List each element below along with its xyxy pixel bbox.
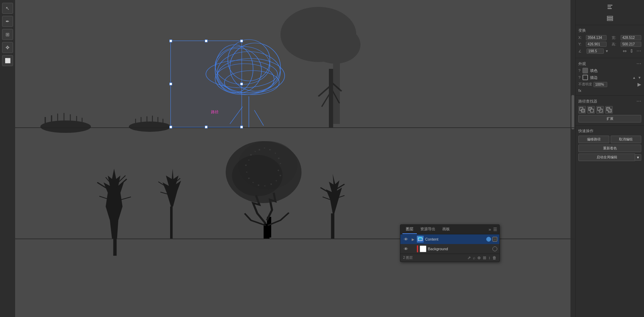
global-edit-arrow[interactable]: ▼ <box>635 154 641 161</box>
fill-swatch[interactable] <box>582 68 588 73</box>
layer-row-content[interactable]: 👁 ▶ Content ○ <box>400 234 499 244</box>
pf-expand-btn[interactable]: 扩展 <box>578 115 641 123</box>
move-tool[interactable]: ✥ <box>2 42 13 53</box>
layer-expand-content[interactable]: ▶ <box>411 237 415 241</box>
transform-section: 变换 X: 宽: Y: 高: ∠ ▼ ⇔ ⇕ <box>576 25 644 58</box>
appearance-section: 外观 ⋯ ? 填色 ? 描边 ▲ ▼ 不透明度 ▶ fx <box>576 58 644 96</box>
flip-v-icon[interactable]: ⇕ <box>630 48 634 54</box>
selection-handle-tl[interactable] <box>169 40 172 42</box>
layers-menu-expand[interactable]: » <box>489 227 491 232</box>
w-label: 宽: <box>612 35 619 40</box>
svg-rect-70 <box>607 18 613 19</box>
properties-icon[interactable] <box>605 2 615 12</box>
layer-search-icon[interactable]: ⌕ <box>473 255 475 260</box>
layer-export-icon[interactable]: ⇗ <box>467 255 471 260</box>
selection-handle-tr[interactable] <box>240 40 243 42</box>
svg-rect-62 <box>331 213 334 239</box>
layer-expand-background[interactable]: ▶ <box>411 247 415 251</box>
layer-name-content: Content <box>425 237 484 241</box>
selection-handle-ml[interactable] <box>169 83 172 85</box>
svg-rect-11 <box>146 116 147 126</box>
svg-rect-1 <box>45 117 46 127</box>
pf-minus[interactable] <box>587 106 595 114</box>
svg-rect-69 <box>607 16 613 17</box>
layers-menu-more[interactable]: ☰ <box>493 227 497 232</box>
y-value[interactable] <box>586 42 607 47</box>
flip-h-icon[interactable]: ⇔ <box>623 48 627 54</box>
opacity-value[interactable] <box>593 82 607 87</box>
transform-title: 变换 <box>578 28 641 33</box>
select-tool[interactable]: ↖ <box>2 3 13 14</box>
pathfinder-title: 路径查找器 <box>578 99 597 104</box>
svg-point-45 <box>258 149 260 150</box>
y-label: Y: <box>578 42 585 46</box>
opacity-more[interactable]: ▶ <box>637 82 641 87</box>
path-label: 路径 <box>211 109 219 115</box>
h-value[interactable] <box>621 42 641 47</box>
brush-tool[interactable]: ⬜ <box>2 55 13 66</box>
angle-value[interactable] <box>587 49 604 54</box>
w-value[interactable] <box>621 35 641 40</box>
svg-point-61 <box>280 175 281 176</box>
svg-point-50 <box>280 163 281 164</box>
right-top-icons <box>576 0 644 25</box>
svg-rect-31 <box>329 69 333 127</box>
appearance-more[interactable]: ⋯ <box>636 61 641 66</box>
opacity-label: 不透明度 <box>578 82 592 87</box>
move-path-btn[interactable]: 偏移路径 <box>578 136 609 143</box>
x-value[interactable] <box>586 35 607 40</box>
left-toolbar: ↖ ✒ ⊞ ✥ ⬜ <box>0 0 15 317</box>
pf-exclude[interactable] <box>605 106 613 114</box>
angle-dropdown[interactable]: ▼ <box>605 49 609 53</box>
scroll-thumb[interactable] <box>571 95 574 129</box>
svg-point-49 <box>278 158 280 159</box>
svg-point-53 <box>245 165 247 166</box>
layer-delete-icon[interactable]: 🗑 <box>492 255 497 260</box>
selection-handle-mr[interactable] <box>240 83 243 85</box>
transform-tool[interactable]: ⊞ <box>2 29 13 40</box>
layer-visibility-content[interactable]: 👁 <box>402 237 409 242</box>
stroke-arrow-up[interactable]: ▲ <box>632 76 636 80</box>
layer-move-icon[interactable]: ↕ <box>488 255 490 260</box>
stroke-arrow-down[interactable]: ▼ <box>638 76 641 80</box>
pathfinder-more[interactable]: ⋯ <box>636 98 641 104</box>
disassemble-btn[interactable]: 取消编组 <box>611 136 642 143</box>
selection-handle-tc[interactable] <box>205 40 208 42</box>
layer-merge-icon[interactable]: ⊞ <box>483 255 486 260</box>
transform-more[interactable]: ⋯ <box>636 48 641 54</box>
selection-box[interactable] <box>170 41 242 127</box>
svg-rect-9 <box>135 119 136 127</box>
pen-tool[interactable]: ✒ <box>2 16 13 27</box>
layer-visibility-background[interactable]: 👁 <box>402 246 409 252</box>
selection-handle-br[interactable] <box>240 126 243 128</box>
svg-rect-36 <box>113 239 117 256</box>
selection-handle-bc[interactable] <box>205 126 208 128</box>
layer-lock-content[interactable]: ○ <box>492 237 497 242</box>
svg-point-59 <box>270 183 272 185</box>
pf-unite[interactable] <box>578 106 586 114</box>
stroke-swatch[interactable] <box>582 75 588 80</box>
right-panel: 变换 X: 宽: Y: 高: ∠ ▼ ⇔ ⇕ <box>575 0 644 317</box>
svg-rect-64 <box>419 237 422 239</box>
tab-layers[interactable]: 图层 <box>402 225 417 234</box>
pf-intersect[interactable] <box>596 106 604 114</box>
layer-color-indicator-background <box>417 245 418 252</box>
layer-circle-content[interactable] <box>486 237 491 242</box>
layers-icon[interactable] <box>605 13 615 23</box>
recolor-btn[interactable]: 重新着色 <box>578 145 641 152</box>
svg-rect-12 <box>152 116 153 126</box>
layer-add-icon[interactable]: ⊕ <box>477 255 481 260</box>
svg-point-56 <box>253 182 254 183</box>
layer-row-background[interactable]: 👁 ▶ Background <box>400 244 499 254</box>
tab-asset-export[interactable]: 资源导出 <box>417 225 439 234</box>
x-label: X: <box>578 36 585 40</box>
svg-point-16 <box>310 26 360 64</box>
layer-circle-background[interactable] <box>492 246 497 251</box>
selection-handle-bl[interactable] <box>169 126 172 128</box>
global-edit-btn[interactable]: 启动全局编辑 <box>578 154 635 161</box>
fill-label: 填色 <box>590 68 598 73</box>
quick-actions-section: 快速操作 偏移路径 取消编组 重新着色 启动全局编辑 ▼ <box>576 126 644 164</box>
tab-artboard[interactable]: 画板 <box>439 225 453 234</box>
vertical-scrollbar[interactable] <box>570 0 575 317</box>
svg-rect-10 <box>141 117 141 127</box>
